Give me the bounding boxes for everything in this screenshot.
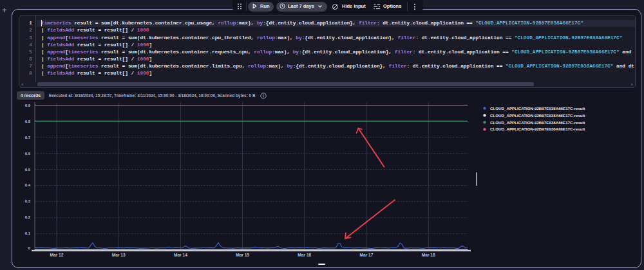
svg-text:0.1: 0.1 [25,231,31,235]
svg-text:Mar 17: Mar 17 [360,253,374,257]
svg-text:CLOUD_APPLICATION-92B97E038A66: CLOUD_APPLICATION-92B97E038A66E17C-resul… [490,113,585,118]
svg-text:CLOUD_APPLICATION-92B97E038A66: CLOUD_APPLICATION-92B97E038A66E17C-resul… [490,106,585,111]
svg-text:0.5: 0.5 [25,168,31,172]
svg-text:0.3: 0.3 [25,199,31,203]
svg-text:0.2: 0.2 [25,215,31,219]
svg-text:0.9: 0.9 [25,104,31,107]
svg-text:CLOUD_APPLICATION-92B97E038A66: CLOUD_APPLICATION-92B97E038A66E17C-resul… [490,120,585,125]
svg-text:Mar 15: Mar 15 [236,253,249,257]
svg-text:Mar 14: Mar 14 [174,253,187,257]
svg-text:0: 0 [28,246,31,250]
svg-text:0.6: 0.6 [25,152,31,156]
svg-text:0.8: 0.8 [25,120,31,123]
svg-text:Mar 12: Mar 12 [50,253,64,257]
svg-text:CLOUD_APPLICATION-92B97E038A66: CLOUD_APPLICATION-92B97E038A66E17C-resul… [490,127,585,131]
svg-text:0.4: 0.4 [25,183,31,187]
svg-text:Mar 18: Mar 18 [422,253,435,257]
svg-text:Mar 13: Mar 13 [112,253,126,257]
svg-text:0.7: 0.7 [25,136,31,140]
svg-text:Mar 16: Mar 16 [298,253,311,257]
